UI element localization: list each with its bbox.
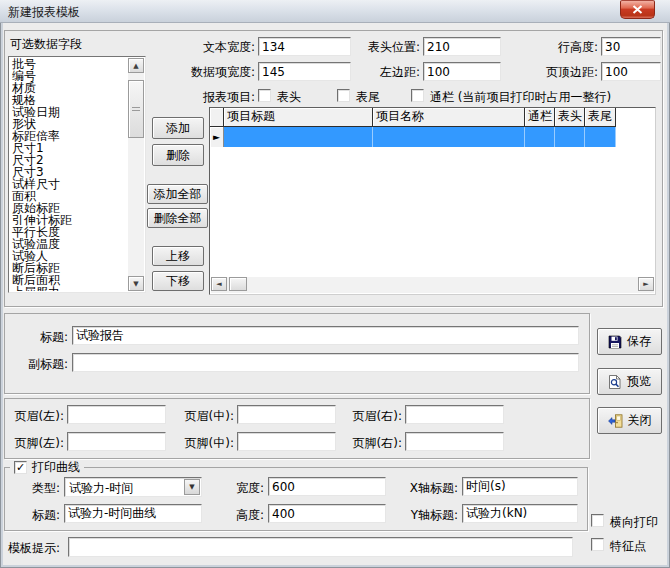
cell-item-title[interactable]	[224, 127, 373, 147]
header-checkbox[interactable]: ✓	[258, 89, 271, 102]
list-item[interactable]: 尺寸1	[10, 142, 128, 154]
list-item[interactable]: 断后面积	[10, 274, 128, 286]
list-item[interactable]: 上屈服力	[10, 286, 128, 291]
move-down-button-label: 下移	[166, 273, 190, 290]
scroll-down-button[interactable]: ▼	[128, 276, 144, 291]
grid-header-footer[interactable]: 表尾	[585, 108, 616, 127]
fullrow-checkbox[interactable]: ✓	[411, 89, 424, 102]
grid-header-fullrow[interactable]: 通栏	[525, 108, 555, 127]
grid-header-item-name[interactable]: 项目名称	[373, 108, 525, 127]
list-item[interactable]: 尺寸2	[10, 154, 128, 166]
title-input[interactable]	[72, 326, 579, 345]
scroll-left-button[interactable]: ◄	[211, 277, 227, 291]
close-icon	[632, 5, 643, 14]
print-curve-legend: ✓ 打印曲线	[10, 460, 84, 475]
grid-horizontal-scrollbar[interactable]: ◄ ►	[211, 277, 654, 293]
list-item[interactable]: 面积	[10, 190, 128, 202]
grid-header-item-title[interactable]: 项目标题	[224, 108, 373, 127]
header-right-label: 页眉(右):	[344, 409, 402, 423]
fields-panel-label: 可选数据字段	[10, 37, 82, 51]
top-margin-label: 页顶边距:	[516, 65, 598, 79]
left-margin-input[interactable]	[423, 62, 501, 81]
close-dialog-button[interactable]: 关闭	[597, 407, 662, 434]
scroll-right-button[interactable]: ►	[638, 277, 654, 291]
print-curve-label: 打印曲线	[32, 459, 80, 476]
scrollbar-thumb[interactable]	[229, 277, 247, 291]
list-item[interactable]: 批号	[10, 58, 128, 70]
dropdown-button[interactable]: ▼	[184, 479, 200, 495]
list-item[interactable]: 试验日期	[10, 106, 128, 118]
header-right-input[interactable]	[405, 405, 504, 424]
curve-title-input[interactable]	[64, 504, 202, 523]
list-item[interactable]: 断后标距	[10, 262, 128, 274]
landscape-checkbox[interactable]: ✓	[591, 514, 604, 527]
close-button-label: 关闭	[628, 412, 652, 429]
preview-button[interactable]: 预览	[597, 368, 662, 395]
footer-checkbox-label: 表尾	[356, 90, 380, 104]
text-width-input[interactable]	[258, 37, 351, 56]
list-item[interactable]: 编号	[10, 70, 128, 82]
grid-header-header[interactable]: 表头	[555, 108, 585, 127]
add-button[interactable]: 添加	[152, 117, 204, 139]
template-hint-input[interactable]	[68, 537, 573, 557]
move-up-button[interactable]: 上移	[152, 246, 204, 266]
remove-button[interactable]: 删除	[152, 144, 204, 166]
list-item[interactable]: 平行长度	[10, 226, 128, 238]
cell-footer[interactable]	[585, 127, 616, 147]
save-button[interactable]: 保存	[597, 328, 662, 355]
list-item[interactable]: 试验温度	[10, 238, 128, 250]
data-item-width-input[interactable]	[258, 62, 351, 81]
available-fields-listbox[interactable]: 批号编号材质规格试验日期形状标距倍率尺寸1尺寸2尺寸3试样尺寸面积原始标距引伸计…	[8, 56, 146, 293]
list-item[interactable]: 引伸计标距	[10, 214, 128, 226]
add-all-button-label: 添加全部	[154, 186, 202, 203]
footer-left-input[interactable]	[67, 432, 166, 451]
report-item-label: 报表项目:	[183, 90, 255, 104]
row-marker-icon: ►	[213, 132, 220, 142]
listbox-vertical-scrollbar[interactable]: ▲ ▼	[128, 58, 144, 291]
footer-checkbox[interactable]: ✓	[337, 89, 350, 102]
cell-header[interactable]	[555, 127, 585, 147]
feature-points-checkbox[interactable]: ✓	[591, 538, 604, 551]
curve-width-label: 宽度:	[224, 481, 264, 495]
table-row[interactable]: ►	[210, 127, 616, 147]
list-item[interactable]: 尺寸3	[10, 166, 128, 178]
list-item[interactable]: 试验人	[10, 250, 128, 262]
header-left-input[interactable]	[67, 405, 166, 424]
footer-center-label: 页脚(中):	[176, 436, 234, 450]
move-down-button[interactable]: 下移	[152, 271, 204, 291]
footer-right-label: 页脚(右):	[344, 436, 402, 450]
scroll-up-button[interactable]: ▲	[128, 58, 144, 73]
curve-width-input[interactable]	[268, 477, 386, 496]
list-item[interactable]: 形状	[10, 118, 128, 130]
list-item[interactable]: 标距倍率	[10, 130, 128, 142]
list-item[interactable]: 材质	[10, 82, 128, 94]
y-axis-input[interactable]	[462, 504, 578, 523]
add-all-button[interactable]: 添加全部	[147, 184, 208, 204]
text-width-label: 文本宽度:	[183, 40, 255, 54]
close-button[interactable]	[620, 0, 655, 19]
x-axis-input[interactable]	[462, 477, 578, 496]
scroll-up-icon: ▲	[133, 62, 138, 70]
cell-item-name[interactable]	[373, 127, 525, 147]
print-curve-checkbox[interactable]: ✓	[14, 461, 27, 474]
scrollbar-thumb[interactable]	[128, 80, 144, 138]
footer-right-input[interactable]	[405, 432, 504, 451]
row-height-input[interactable]	[601, 37, 661, 56]
scroll-left-icon: ◄	[216, 280, 221, 288]
subtitle-input[interactable]	[72, 353, 579, 372]
remove-all-button[interactable]: 删除全部	[147, 208, 208, 228]
header-center-input[interactable]	[237, 405, 336, 424]
top-margin-input[interactable]	[601, 62, 661, 81]
titlebar[interactable]: 新建报表模板	[0, 0, 670, 23]
curve-type-select[interactable]: 试验力-时间 ▼	[64, 477, 202, 497]
curve-height-input[interactable]	[268, 504, 386, 523]
list-item[interactable]: 规格	[10, 94, 128, 106]
header-pos-input[interactable]	[423, 37, 501, 56]
row-marker: ►	[210, 127, 224, 147]
report-items-grid[interactable]: 项目标题 项目名称 通栏 表头 表尾 ► ◄ ►	[209, 107, 656, 295]
list-item[interactable]: 试样尺寸	[10, 178, 128, 190]
list-item[interactable]: 原始标距	[10, 202, 128, 214]
header-left-label: 页眉(左):	[6, 409, 64, 423]
footer-center-input[interactable]	[237, 432, 336, 451]
cell-fullrow[interactable]	[525, 127, 555, 147]
